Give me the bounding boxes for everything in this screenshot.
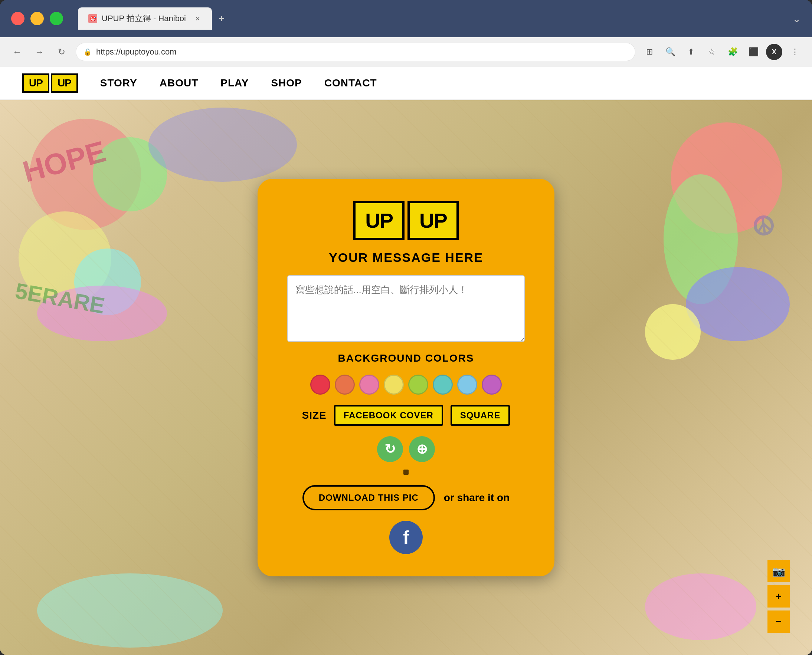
toolbar-actions: ⊞ 🔍 ⬆ ☆ 🧩 ⬛ X ⋮ xyxy=(641,44,803,60)
browser-menu-chevron[interactable]: ⌄ xyxy=(792,12,801,25)
tab-title: UPUP 拍立得 - Haniboi xyxy=(102,13,186,24)
url-text: https://upuptoyou.com xyxy=(96,47,176,57)
color-swatch-light-blue[interactable] xyxy=(457,375,477,395)
tab-bar: 🎯 UPUP 拍立得 - Haniboi ✕ + xyxy=(78,8,230,30)
site-logo: UP UP xyxy=(22,74,78,93)
back-button[interactable]: ← xyxy=(9,44,25,60)
website-content: UP UP STORY ABOUT PLAY SHOP CONTACT xyxy=(0,67,812,655)
more-menu-button[interactable]: ⋮ xyxy=(787,44,803,60)
facebook-share-button[interactable]: f xyxy=(389,521,423,554)
color-swatch-teal[interactable] xyxy=(433,375,453,395)
facebook-cover-button[interactable]: FACEBOOK COVER xyxy=(334,405,443,426)
translate-button[interactable]: ⊞ xyxy=(641,44,658,60)
color-swatch-yellow[interactable] xyxy=(384,375,404,395)
icon-row: ↻ ⊕ xyxy=(377,436,435,475)
add-icon[interactable]: ⊕ xyxy=(409,436,435,462)
new-tab-button[interactable]: + xyxy=(213,11,230,27)
traffic-lights xyxy=(11,12,63,25)
reload-button[interactable]: ↻ xyxy=(54,44,70,60)
share-text: or share it on xyxy=(444,492,510,504)
logo-box-right: UP xyxy=(51,74,78,93)
tab-close-button[interactable]: ✕ xyxy=(193,14,202,23)
small-dot-indicator xyxy=(404,469,408,475)
card-logo: UP UP xyxy=(353,201,459,240)
bg-colors-label: BACKGROUND COLORS xyxy=(338,352,474,364)
content-area: HOPE 5ERARE ☮ UP UP YOUR MESSAGE HERE xyxy=(0,100,812,655)
website-wrapper: UP UP STORY ABOUT PLAY SHOP CONTACT xyxy=(0,67,812,655)
square-button[interactable]: SQUARE xyxy=(450,405,510,426)
color-swatch-green[interactable] xyxy=(408,375,428,395)
nav-shop[interactable]: SHOP xyxy=(271,77,302,89)
size-row: SIZE FACEBOOK COVER SQUARE xyxy=(302,405,510,426)
bookmark-button[interactable]: ☆ xyxy=(704,44,720,60)
zoom-in-button[interactable]: + xyxy=(767,585,790,607)
card-logo-right: UP xyxy=(407,201,459,240)
minimize-button[interactable] xyxy=(31,12,44,25)
map-controls: 📷 + − xyxy=(767,560,790,633)
camera-icon-button[interactable]: 📷 xyxy=(767,560,790,582)
color-swatch-salmon[interactable] xyxy=(335,375,355,395)
tab-favicon: 🎯 xyxy=(88,14,97,23)
maximize-button[interactable] xyxy=(50,12,63,25)
nav-links: STORY ABOUT PLAY SHOP CONTACT xyxy=(100,77,377,89)
site-nav: UP UP STORY ABOUT PLAY SHOP CONTACT xyxy=(0,67,812,100)
facebook-letter: f xyxy=(403,527,409,548)
zoom-button[interactable]: 🔍 xyxy=(662,44,678,60)
circular-icons: ↻ ⊕ xyxy=(377,436,435,462)
card-logo-left: UP xyxy=(353,201,405,240)
logo-box-left: UP xyxy=(22,74,49,93)
browser-toolbar: ← → ↻ 🔒 https://upuptoyou.com ⊞ 🔍 ⬆ ☆ 🧩 … xyxy=(0,37,812,67)
zoom-out-button[interactable]: − xyxy=(767,610,790,633)
download-button[interactable]: DOWNLOAD THIS PIC xyxy=(302,485,435,510)
share-button[interactable]: ⬆ xyxy=(683,44,699,60)
refresh-icon[interactable]: ↻ xyxy=(377,436,403,462)
active-tab[interactable]: 🎯 UPUP 拍立得 - Haniboi ✕ xyxy=(78,8,212,30)
color-swatches xyxy=(310,375,502,395)
nav-play[interactable]: PLAY xyxy=(220,77,249,89)
main-card: UP UP YOUR MESSAGE HERE BACKGROUND COLOR… xyxy=(257,179,555,577)
color-swatch-pink[interactable] xyxy=(359,375,379,395)
forward-button[interactable]: → xyxy=(31,44,48,60)
download-row: DOWNLOAD THIS PIC or share it on xyxy=(302,485,510,510)
address-bar[interactable]: 🔒 https://upuptoyou.com xyxy=(76,43,635,61)
profile-button[interactable]: X xyxy=(766,44,782,60)
close-button[interactable] xyxy=(11,12,25,25)
extensions-button[interactable]: 🧩 xyxy=(724,44,741,60)
color-swatch-red[interactable] xyxy=(310,375,330,395)
message-textarea[interactable] xyxy=(287,275,525,342)
sidebar-button[interactable]: ⬛ xyxy=(745,44,761,60)
browser-titlebar: 🎯 UPUP 拍立得 - Haniboi ✕ + ⌄ xyxy=(0,0,812,37)
nav-story[interactable]: STORY xyxy=(100,77,137,89)
nav-contact[interactable]: CONTACT xyxy=(324,77,377,89)
color-swatch-purple[interactable] xyxy=(482,375,502,395)
browser-window: 🎯 UPUP 拍立得 - Haniboi ✕ + ⌄ ← → ↻ 🔒 https… xyxy=(0,0,812,655)
nav-about[interactable]: ABOUT xyxy=(160,77,199,89)
card-title: YOUR MESSAGE HERE xyxy=(329,251,483,265)
size-label: SIZE xyxy=(302,409,327,421)
lock-icon: 🔒 xyxy=(83,48,92,56)
